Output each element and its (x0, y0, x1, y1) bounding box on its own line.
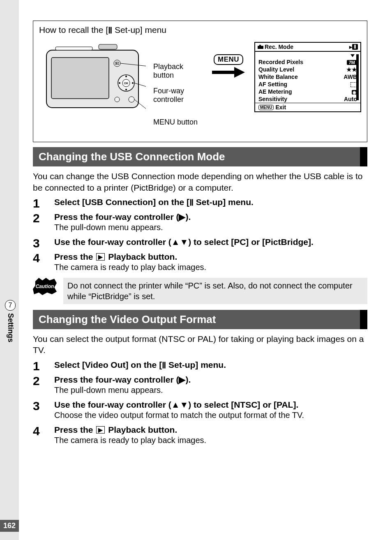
step-number: 1 (33, 197, 47, 210)
step-heading: Press the four-way controller (▶). (54, 375, 367, 385)
scroll-down-icon (350, 54, 355, 57)
lcd-menu-row: Recorded Pixels7M (255, 58, 360, 66)
step: 2Press the four-way controller (▶).The p… (33, 212, 367, 235)
diagram-title-prefix: How to recall the [ (39, 25, 108, 35)
setup-tab-icon: Ⅱ (352, 44, 358, 50)
step: 2Press the four-way controller (▶).The p… (33, 375, 367, 397)
direction-glyph: ▲▼ (171, 400, 189, 409)
step-heading: Use the four-way controller (▲▼) to sele… (54, 237, 367, 247)
chapter-number: 7 (5, 300, 16, 311)
label-menu-button: MENU button (153, 118, 203, 127)
chapter-tab: 7 Settings (4, 300, 16, 342)
step-number: 3 (33, 400, 47, 422)
section-heading: Changing the Video Output Format (33, 310, 367, 329)
step-subtext: The camera is ready to play back images. (54, 436, 367, 445)
label-playback: Playback button (153, 62, 203, 79)
lcd-item-label: Recorded Pixels (255, 58, 331, 66)
step-subtext: The camera is ready to play back images. (54, 263, 367, 272)
metering-icon: ◉ (352, 90, 357, 95)
section-intro: You can select the output format (NTSC o… (33, 333, 367, 356)
lcd-item-value: AWB (331, 73, 360, 81)
step-number: 4 (33, 425, 47, 448)
step: 3Use the four-way controller (▲▼) to sel… (33, 237, 367, 249)
chapter-label: Settings (6, 313, 15, 342)
af-area-icon (350, 82, 357, 87)
diagram-title-suffix: Set-up] menu (112, 25, 166, 35)
svg-rect-19 (212, 71, 234, 74)
setup-icon: Ⅱ (189, 198, 194, 208)
lcd-item-label: AF Setting (255, 81, 331, 88)
step-heading: Press the ▶ Playback button. (54, 252, 367, 262)
camera-icon (258, 45, 263, 49)
lcd-item-value: ★★ (331, 66, 360, 73)
svg-text:OK: OK (124, 82, 129, 85)
step: 1Select [Video Out] on the [Ⅱ Set-up] me… (33, 360, 367, 372)
lcd-menu-row: AE Metering◉ (255, 88, 360, 95)
lcd-item-label: AE Metering (255, 88, 331, 95)
menu-badge: MENU (214, 54, 243, 65)
svg-point-13 (132, 82, 134, 84)
step-number: 2 (33, 212, 47, 235)
lcd-menu-items: Recorded Pixels7MQuality Level★★White Ba… (255, 58, 360, 103)
svg-point-10 (125, 76, 127, 77)
lcd-menu: Rec. Mode ▸ Ⅱ Recorded Pixels7MQuality L… (254, 42, 361, 112)
arrow-right-icon (210, 67, 247, 79)
diagram-title: How to recall the [Ⅱ Set-up] menu (39, 25, 361, 35)
caution-icon: Caution (33, 278, 57, 295)
setup-icon: Ⅱ (108, 25, 112, 35)
step-subtext: The pull-down menu appears. (54, 385, 367, 395)
left-gutter (0, 0, 19, 540)
step-heading: Press the ▶ Playback button. (54, 425, 367, 435)
setup-diagram: How to recall the [Ⅱ Set-up] menu OK (33, 21, 367, 142)
section-intro: You can change the USB Connection mode d… (33, 171, 367, 193)
lcd-item-value: 7M (331, 58, 360, 66)
step-number: 4 (33, 252, 47, 275)
lcd-item-value (331, 81, 360, 88)
lcd-menu-row: SensitivityAuto (255, 95, 360, 103)
lcd-item-value: ◉ (331, 88, 360, 95)
playback-icon: ▶ (96, 426, 105, 434)
step: 4Press the ▶ Playback button.The camera … (33, 252, 367, 275)
menu-mini-badge: MENU (258, 105, 274, 110)
lcd-item-label: Sensitivity (255, 95, 331, 103)
lcd-item-value: Auto (331, 95, 360, 103)
caution-text: Do not connect the printer while “PC” is… (63, 278, 367, 304)
lcd-item-label: Quality Level (255, 66, 331, 73)
caution-block: CautionDo not connect the printer while … (33, 278, 367, 304)
lcd-item-label: White Balance (255, 73, 331, 81)
svg-point-14 (129, 97, 134, 102)
lcd-menu-row: White BalanceAWB (255, 73, 360, 81)
lcd-exit-label: Exit (275, 104, 286, 111)
svg-point-18 (115, 97, 120, 102)
step-heading: Use the four-way controller (▲▼) to sele… (54, 400, 367, 410)
step-heading: Press the four-way controller (▶). (54, 212, 367, 222)
svg-rect-1 (51, 58, 109, 99)
direction-glyph: ▶ (179, 212, 185, 222)
playback-icon: ▶ (96, 253, 105, 261)
direction-glyph: ▲▼ (171, 237, 189, 247)
direction-glyph: ▶ (179, 375, 185, 384)
svg-point-12 (119, 82, 120, 84)
lcd-tab-title: Rec. Mode (265, 44, 293, 50)
svg-rect-3 (99, 44, 117, 49)
tab-right-arrow: ▸ (349, 44, 352, 50)
camera-illustration: OK (39, 38, 146, 120)
step-subtext: Choose the video output format to match … (54, 411, 367, 420)
svg-rect-2 (55, 47, 92, 50)
lcd-menu-row: AF Setting (255, 81, 360, 88)
lcd-menu-row: Quality Level★★ (255, 66, 360, 73)
step-heading: Select [USB Connection] on the [Ⅱ Set-up… (54, 197, 367, 208)
step: 4Press the ▶ Playback button.The camera … (33, 425, 367, 448)
step: 3Use the four-way controller (▲▼) to sel… (33, 400, 367, 422)
svg-point-11 (125, 89, 127, 90)
step-heading: Select [Video Out] on the [Ⅱ Set-up] men… (54, 360, 367, 370)
page-number: 162 (0, 520, 19, 532)
step-number: 1 (33, 360, 47, 372)
svg-marker-20 (234, 67, 245, 78)
step-number: 2 (33, 375, 47, 397)
step-number: 3 (33, 237, 47, 249)
label-fourway: Four-way controller (153, 87, 203, 104)
setup-icon: Ⅱ (162, 360, 166, 370)
section-heading: Changing the USB Connection Mode (33, 147, 367, 166)
step: 1Select [USB Connection] on the [Ⅱ Set-u… (33, 197, 367, 210)
